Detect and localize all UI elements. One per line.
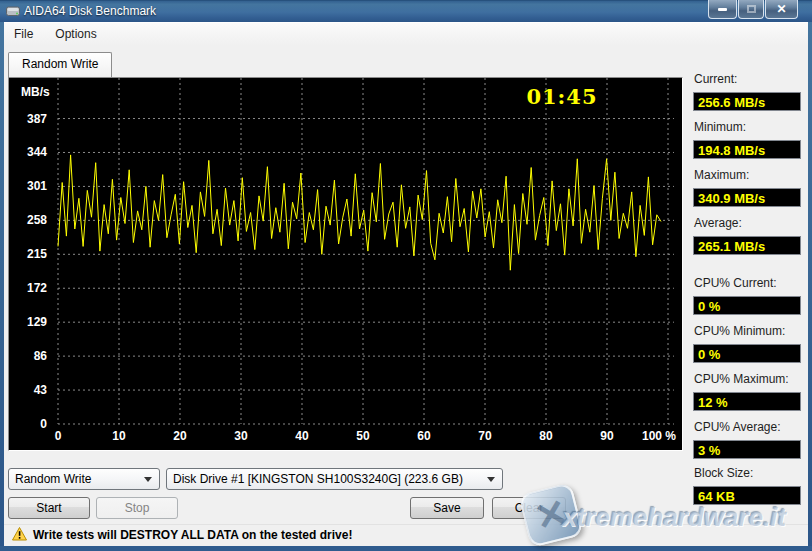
x-tick-label: 10: [99, 429, 139, 443]
stat-label: Maximum:: [694, 168, 806, 182]
x-tick-label: 0: [38, 429, 78, 443]
stat-value-box: 265.1 MB/s: [693, 236, 801, 255]
stat-label: Block Size:: [694, 466, 806, 480]
stat-label: CPU% Minimum:: [694, 324, 806, 338]
stat-value-box: 340.9 MB/s: [693, 188, 801, 207]
minimize-icon: [718, 8, 727, 11]
start-button[interactable]: Start: [8, 497, 90, 519]
stat-value-box: 194.8 MB/s: [693, 140, 801, 159]
x-tick-label: 40: [282, 429, 322, 443]
benchmark-chart: MB/s 38734430125821517212986430 01020304…: [8, 77, 683, 451]
throughput-line: [58, 155, 661, 270]
chevron-down-icon: [144, 477, 152, 482]
y-tick-label: 258: [13, 213, 47, 227]
stat-value-box: 256.6 MB/s: [693, 92, 801, 111]
menu-item-options[interactable]: Options: [53, 25, 98, 43]
test-type-value: Random Write: [15, 472, 91, 486]
drive-select[interactable]: Disk Drive #1 [KINGSTON SH100S3240G] (22…: [166, 468, 503, 490]
app-window: AIDA64 Disk Benchmark ✕ File Options Ran…: [0, 0, 812, 551]
status-bar: Write tests will DESTROY ALL DATA on the…: [4, 524, 808, 546]
stat-value-box: 12 %: [693, 392, 801, 411]
x-tick-label: 100 %: [633, 429, 685, 443]
y-tick-label: 301: [13, 179, 47, 193]
status-message: Write tests will DESTROY ALL DATA on the…: [33, 528, 352, 542]
title-bar[interactable]: AIDA64 Disk Benchmark ✕: [0, 0, 812, 22]
y-tick-label: 172: [13, 281, 47, 295]
stat-label: CPU% Current:: [694, 276, 806, 290]
close-button[interactable]: ✕: [765, 0, 798, 19]
x-tick-label: 60: [404, 429, 444, 443]
tab-random-write[interactable]: Random Write: [8, 52, 112, 77]
x-tick-label: 50: [343, 429, 383, 443]
close-icon: ✕: [776, 3, 786, 15]
x-tick-label: 20: [160, 429, 200, 443]
elapsed-timer: 01:45: [507, 84, 617, 109]
x-tick-label: 90: [587, 429, 627, 443]
y-tick-label: 344: [13, 145, 47, 159]
stat-label: CPU% Maximum:: [694, 372, 806, 386]
x-tick-label: 30: [221, 429, 261, 443]
drive-value: Disk Drive #1 [KINGSTON SH100S3240G] (22…: [173, 472, 463, 486]
save-button[interactable]: Save: [410, 497, 484, 519]
stop-button[interactable]: Stop: [96, 497, 178, 519]
y-tick-label: 215: [13, 247, 47, 261]
window-title: AIDA64 Disk Benchmark: [24, 4, 156, 18]
window-border-bottom: [0, 546, 812, 551]
stat-label: Current:: [694, 72, 806, 86]
menu-item-file[interactable]: File: [12, 25, 35, 43]
minimize-button[interactable]: [708, 0, 737, 19]
stat-value-box: 64 KB: [693, 486, 801, 505]
window-border-left: [0, 22, 4, 551]
x-tick-label: 80: [526, 429, 566, 443]
stat-value-box: 0 %: [693, 344, 801, 363]
caption-buttons: ✕: [708, 0, 798, 19]
stat-label: CPU% Average:: [694, 420, 806, 434]
window-border-right: [808, 22, 812, 551]
maximize-button[interactable]: [738, 0, 764, 19]
y-tick-label: 43: [13, 383, 47, 397]
y-tick-label: 387: [13, 112, 47, 126]
x-tick-label: 70: [465, 429, 505, 443]
stat-label: Minimum:: [694, 120, 806, 134]
y-axis-unit: MB/s: [21, 85, 50, 99]
y-tick-label: 129: [13, 315, 47, 329]
menu-bar: File Options: [4, 22, 808, 45]
hard-disk-icon: [5, 3, 21, 19]
warning-icon: [12, 527, 27, 544]
test-type-select[interactable]: Random Write: [8, 468, 160, 490]
chart-canvas: [9, 78, 682, 450]
y-tick-label: 86: [13, 349, 47, 363]
clear-button[interactable]: Clear: [492, 497, 566, 519]
maximize-icon: [747, 5, 756, 13]
stat-label: Average:: [694, 216, 806, 230]
stat-value-box: 3 %: [693, 440, 801, 459]
stat-value-box: 0 %: [693, 296, 801, 315]
chevron-down-icon: [487, 477, 495, 482]
